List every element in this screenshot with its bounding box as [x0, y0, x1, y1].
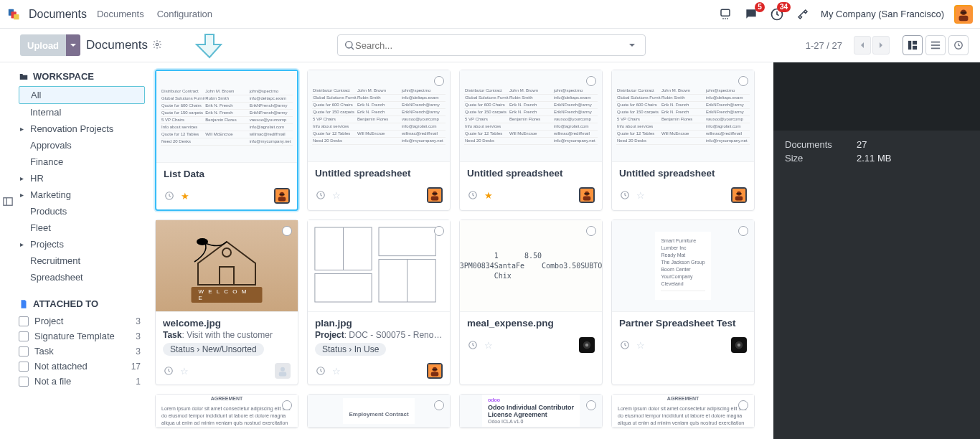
- card-select-radio[interactable]: [434, 400, 444, 410]
- sidebar-item-label: Finance: [30, 156, 63, 167]
- document-card[interactable]: Order # 1908/17/091:43PM008341 SantaFe C…: [459, 220, 603, 385]
- clock-icon: [619, 189, 631, 201]
- star-icon[interactable]: ★: [179, 190, 191, 202]
- owner-avatar[interactable]: [579, 187, 595, 203]
- app-logo-icon: [7, 6, 23, 22]
- pager-text[interactable]: 1-27 / 27: [806, 40, 842, 51]
- document-card[interactable]: Distributor ContractJohn M. Brownjohn@sp…: [155, 70, 298, 211]
- sidebar-item-marketing[interactable]: ▸Marketing: [19, 187, 145, 203]
- owner-avatar[interactable]: [274, 188, 290, 204]
- checkbox-icon[interactable]: [19, 346, 29, 357]
- card-thumbnail: Distributor ContractJohn M. Brownjohn@sp…: [156, 71, 297, 163]
- breadcrumb: Documents: [86, 38, 148, 52]
- svg-point-12: [156, 43, 159, 46]
- checkbox-icon[interactable]: [19, 331, 29, 341]
- pager-prev[interactable]: [854, 36, 871, 55]
- nav-link-documents[interactable]: Documents: [97, 9, 144, 19]
- sidebar-item-internal[interactable]: Internal: [19, 104, 145, 121]
- sidebar-item-all[interactable]: All: [19, 86, 145, 104]
- view-activity-button[interactable]: [948, 35, 969, 55]
- view-list-button[interactable]: [925, 35, 946, 55]
- company-selector[interactable]: My Company (San Francisco): [821, 9, 944, 19]
- chevron-right-icon: ▸: [20, 240, 24, 248]
- sidebar-item-renovation-projects[interactable]: ▸Renovation Projects: [19, 121, 145, 137]
- card-title: welcome.jpg: [163, 318, 291, 329]
- card-select-radio[interactable]: [282, 226, 292, 236]
- nav-link-configuration[interactable]: Configuration: [157, 9, 212, 19]
- document-card[interactable]: AGREEMENTLorem ipsum dolor sit amet cons…: [155, 394, 298, 428]
- workspace-header: WORKSPACE: [19, 71, 145, 82]
- attached-filter-not-attached[interactable]: Not attached17: [19, 359, 145, 374]
- gear-icon[interactable]: [152, 39, 162, 52]
- sidebar-item-fleet[interactable]: Fleet: [19, 220, 145, 236]
- sidebar: WORKSPACE AllInternal▸Renovation Project…: [0, 62, 151, 439]
- svg-rect-10: [959, 15, 969, 20]
- document-card[interactable]: Distributor ContractJohn M. Brownjohn@sp…: [459, 70, 603, 211]
- search-input[interactable]: [355, 40, 625, 51]
- top-navbar: Documents Documents Configuration 5 34 M…: [0, 0, 980, 29]
- card-select-radio[interactable]: [586, 226, 596, 236]
- attached-filter-project[interactable]: Project3: [19, 313, 145, 329]
- card-select-radio[interactable]: [282, 400, 292, 410]
- document-card[interactable]: Employment Contract: [307, 394, 451, 428]
- tools-icon[interactable]: [795, 6, 811, 22]
- phone-icon[interactable]: [717, 6, 733, 22]
- card-title: plan.jpg: [315, 318, 443, 329]
- card-select-radio[interactable]: [586, 400, 596, 410]
- star-icon[interactable]: ☆: [331, 365, 342, 377]
- owner-avatar[interactable]: [579, 337, 595, 353]
- attached-filter-signature-template[interactable]: Signature Template3: [19, 329, 145, 344]
- card-select-radio[interactable]: [738, 400, 748, 410]
- owner-avatar[interactable]: [275, 363, 291, 379]
- chevron-right-icon: ▸: [20, 174, 24, 182]
- activities-icon[interactable]: 34: [769, 6, 785, 22]
- star-icon[interactable]: ☆: [635, 189, 646, 201]
- checkbox-icon[interactable]: [19, 362, 29, 372]
- sidebar-item-hr[interactable]: ▸HR: [19, 170, 145, 187]
- collapse-sidebar-icon[interactable]: [3, 197, 13, 207]
- sidebar-item-recruitment[interactable]: Recruitment: [19, 252, 145, 269]
- card-select-radio[interactable]: [434, 226, 444, 236]
- sidebar-item-approvals[interactable]: Approvals: [19, 137, 145, 154]
- sidebar-item-projects[interactable]: ▸Projects: [19, 236, 145, 252]
- upload-button[interactable]: Upload: [20, 34, 66, 56]
- document-card[interactable]: Distributor ContractJohn M. Brownjohn@sp…: [611, 70, 755, 211]
- checkbox-icon[interactable]: [19, 316, 29, 326]
- card-tag: Status › In Use: [315, 343, 386, 356]
- sidebar-item-products[interactable]: Products: [19, 203, 145, 220]
- messages-icon[interactable]: 5: [743, 6, 759, 22]
- document-card[interactable]: Smart FurnitureLumber IncReady MatThe Ja…: [611, 220, 755, 385]
- user-avatar[interactable]: [954, 5, 973, 24]
- card-select-radio[interactable]: [586, 76, 596, 86]
- brand[interactable]: Documents: [7, 6, 87, 22]
- upload-dropdown[interactable]: [66, 34, 80, 56]
- attached-filter-task[interactable]: Task3: [19, 344, 145, 359]
- document-card[interactable]: plan.jpgProject: DOC - S00075 - Renovati…: [307, 220, 451, 385]
- attached-filter-not-a-file[interactable]: Not a file1: [19, 374, 145, 389]
- search-box[interactable]: [337, 34, 646, 56]
- sidebar-item-finance[interactable]: Finance: [19, 154, 145, 170]
- owner-avatar[interactable]: [731, 187, 747, 203]
- star-icon[interactable]: ☆: [483, 339, 494, 351]
- star-icon[interactable]: ☆: [635, 339, 646, 351]
- owner-avatar[interactable]: [427, 187, 443, 203]
- card-thumbnail: AGREEMENTLorem ipsum dolor sit amet cons…: [156, 395, 298, 428]
- card-select-radio[interactable]: [738, 76, 748, 86]
- document-card[interactable]: Distributor ContractJohn M. Brownjohn@sp…: [307, 70, 451, 211]
- sidebar-item-spreadsheet[interactable]: Spreadsheet: [19, 269, 145, 285]
- owner-avatar[interactable]: [427, 363, 443, 379]
- view-kanban-button[interactable]: [903, 35, 923, 55]
- card-select-radio[interactable]: [738, 226, 748, 236]
- document-card[interactable]: W E L C O M Ewelcome.jpgTask: Visit with…: [155, 220, 298, 385]
- document-card[interactable]: AGREEMENTLorem ipsum dolor sit amet cons…: [611, 394, 755, 428]
- checkbox-icon[interactable]: [19, 377, 29, 387]
- star-icon[interactable]: ★: [483, 189, 494, 201]
- document-card[interactable]: odooOdoo Individual ContributorLicense A…: [459, 394, 603, 428]
- search-dropdown[interactable]: [625, 42, 639, 49]
- card-select-radio[interactable]: [434, 76, 444, 86]
- sidebar-item-label: Fleet: [30, 222, 51, 233]
- pager-next[interactable]: [872, 36, 890, 55]
- owner-avatar[interactable]: [731, 337, 747, 353]
- star-icon[interactable]: ☆: [331, 189, 342, 201]
- star-icon[interactable]: ☆: [179, 365, 190, 377]
